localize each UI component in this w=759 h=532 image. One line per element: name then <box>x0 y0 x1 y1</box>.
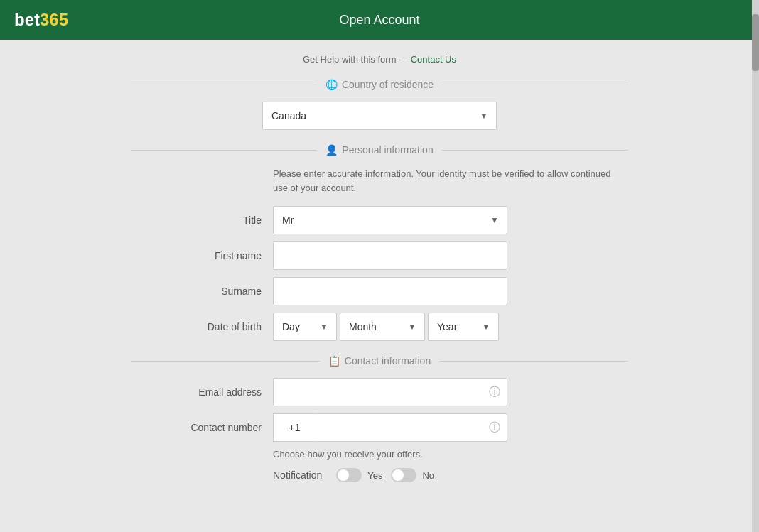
title-label: Title <box>131 215 273 226</box>
firstname-control <box>273 241 507 270</box>
country-select[interactable]: Canada United States United Kingdom Aust… <box>262 102 497 130</box>
title-select[interactable]: Mr Mrs Ms Miss Dr <box>273 206 507 234</box>
contact-icon: 📋 <box>328 355 340 367</box>
country-row: Canada United States United Kingdom Aust… <box>131 102 628 130</box>
phone-control: +1 ⓘ <box>273 413 507 442</box>
personal-notice: Please enter accurate information. Your … <box>273 167 628 195</box>
info-icon: ⓘ <box>489 385 500 400</box>
dob-label: Date of birth <box>131 321 273 332</box>
country-select-wrapper: Canada United States United Kingdom Aust… <box>262 102 497 130</box>
logo-bet: bet <box>14 10 40 29</box>
main-content: Get Help with this form — Contact Us 🌐 C… <box>131 40 628 496</box>
firstname-row: First name <box>131 241 628 270</box>
dob-month-select[interactable]: Month <box>340 313 425 341</box>
contact-section-divider: 📋 Contact information <box>131 355 628 367</box>
title-row: Title Mr Mrs Ms Miss Dr ▼ <box>131 206 628 234</box>
info-icon: ⓘ <box>489 420 500 435</box>
phone-label: Contact number <box>131 422 273 433</box>
help-text: Get Help with this form — Contact Us <box>131 54 628 65</box>
no-toggle-group: No <box>391 468 434 482</box>
page-title: Open Account <box>339 13 419 28</box>
email-row: Email address ⓘ <box>131 378 628 406</box>
header: bet365 Open Account <box>0 0 759 40</box>
dob-controls: Day ▼ Month ▼ Year ▼ <box>273 313 451 341</box>
title-control: Mr Mrs Ms Miss Dr ▼ <box>273 206 507 234</box>
email-wrapper: ⓘ <box>273 378 507 406</box>
surname-label: Surname <box>131 286 273 297</box>
title-select-wrapper: Mr Mrs Ms Miss Dr ▼ <box>273 206 507 234</box>
no-toggle[interactable] <box>391 468 416 482</box>
contact-section-label: 📋 Contact information <box>320 355 439 367</box>
contact-us-link[interactable]: Contact Us <box>411 54 456 65</box>
person-icon: 👤 <box>325 144 338 156</box>
phone-prefix: +1 <box>273 413 316 442</box>
email-label: Email address <box>131 386 273 398</box>
country-section-divider: 🌐 Country of residence <box>131 79 628 90</box>
firstname-label: First name <box>131 250 273 261</box>
notification-label: Notification <box>273 469 322 481</box>
dob-year-select[interactable]: Year <box>428 313 499 341</box>
dob-day-select[interactable]: Day <box>273 313 337 341</box>
globe-icon: 🌐 <box>325 79 338 90</box>
surname-input[interactable] <box>273 277 507 305</box>
personal-section-divider: 👤 Personal information <box>131 144 628 156</box>
scrollbar[interactable] <box>752 0 759 496</box>
phone-wrapper: +1 ⓘ <box>273 413 507 442</box>
offers-text: Choose how you receive your offers. <box>273 449 628 460</box>
dob-day-wrapper: Day ▼ <box>273 313 337 341</box>
phone-row: Contact number +1 ⓘ <box>131 413 628 442</box>
firstname-input[interactable] <box>273 241 507 270</box>
logo-num: 365 <box>40 10 68 29</box>
yes-toggle-group: Yes <box>336 468 382 482</box>
phone-input[interactable] <box>316 413 507 442</box>
surname-row: Surname <box>131 277 628 305</box>
email-input[interactable] <box>273 378 507 406</box>
surname-control <box>273 277 507 305</box>
dob-row: Date of birth Day ▼ Month ▼ Year <box>131 313 628 341</box>
personal-section-label: 👤 Personal information <box>317 144 441 156</box>
dob-month-wrapper: Month ▼ <box>340 313 425 341</box>
yes-label: Yes <box>367 470 382 481</box>
logo: bet365 <box>14 10 68 30</box>
country-section-label: 🌐 Country of residence <box>317 79 442 90</box>
dob-year-wrapper: Year ▼ <box>428 313 499 341</box>
no-label: No <box>422 470 434 481</box>
scrollbar-thumb[interactable] <box>752 14 759 71</box>
notification-row: Notification Yes No <box>273 468 628 482</box>
email-control: ⓘ <box>273 378 507 406</box>
yes-toggle[interactable] <box>336 468 362 482</box>
